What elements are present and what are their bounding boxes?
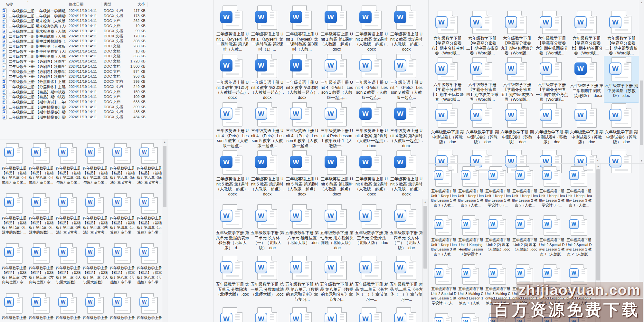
file-item[interactable]: W 五年级英语下册 Unit 1 Keeping Healthy Lesson … [457,214,484,263]
file-item[interactable]: W 三年级英语上册 Unit 4 《Pets》 Lesson 2 教案（人教版一… [354,53,389,101]
file-list-row[interactable]: W二年级数学上册 【必刷卷】秋季学期上... 2024/11/19 14:11 … [0,69,213,74]
file-item[interactable]: W 三年级英语上册 Unit 3 教案 第1课时（人教版一起点）.docx [215,53,250,101]
file-list-row[interactable]: W二年级数学上册 期中测试卷（人教版... 2024/11/19 14:11 D… [0,34,213,39]
file-item[interactable]: W 四年级数学上册 【精品】（基础版）第五章《方向与位置》章... [1,242,28,292]
file-item[interactable]: W 三年级英语上册 Unit 4 《Pets》 Lesson 5 教案（人教版一… [250,101,285,149]
file-item[interactable]: W 四年级数学上册 【精品】（基础版）第一章《认识更大的数》... [55,242,82,292]
file-item[interactable]: W 五年级数学下册 第三单元 分数乘法（北师大版） .doc [354,203,389,255]
file-item[interactable]: W 五年级数学下册 第六单元 确定位置（北师大版） .doc [285,203,319,255]
file-item[interactable]: W 四年级数学上册 【精品】（基础版）第六章《除法》章节常考... [136,142,162,192]
file-item[interactable]: W 四年级数学上册 【精品】（基础版）第五章《方向与位置》章... [28,242,55,292]
file-item[interactable]: W 三年级英语上册 Unit 4 《Pets》 Lesson 1 教案（人教版一… [319,53,354,101]
file-item[interactable]: W 三年级英语上册 Unit 5 教案 第3课时（人教版一起点）.docx [285,149,319,198]
file-list-row[interactable]: W二年级数学上册 二年级第一学期期末... 2024/11/19 14:11 D… [0,8,213,14]
file-item[interactable]: W [285,306,319,322]
grade6-math-panel-scrollbar[interactable]: ▲ ▼ [639,0,644,163]
file-item[interactable]: W 六年级数学下册 【学霸夺分密卷八】期中名校冲刺卷（Word版... [430,10,465,56]
file-list-row[interactable]: W二年级数学上册 【分层训练】上册期中... 2024/11/19 14:11 … [0,79,213,84]
scroll-up-arrow[interactable]: ▲ [639,0,644,5]
file-item[interactable]: W 六年级数学下册 【学霸夺分密卷一】期中核心考点卷（Word版... [535,56,569,102]
file-list-row[interactable]: W二年级数学上册 【分层训练】上册期中... 2024/11/19 14:11 … [0,84,213,90]
file-item[interactable]: W 三年级英语上册 Unit 5 教案 第2课时（人教版一起点）.docx [250,149,285,198]
file-item[interactable]: W 六年级数学下册 【学霸夺分密卷四】期中攻关突破卷（Word版... [465,56,500,102]
file-list-row[interactable]: W二年级数学上册 【期中模拟卷】期中模... 2024/11/19 14:11 … [0,105,213,110]
file-item[interactable]: W 四年级数学上册 【精品】（提高版）第八章《可能性》章节常... [136,242,162,292]
file-item[interactable]: W 四年级数学上册 【精品】（基础版）第三章《乘法》章节常考... [82,192,109,242]
file-item[interactable]: W 五年级英语下册 Unit 1 Keep Healthy Lesson 1 教… [457,165,484,214]
file-item[interactable]: W 五年级数学下册 精品 第八单元《数据的表示和分析》章节复习... [319,255,354,306]
file-list-row[interactable]: W二年级数学上册 期末检测答案（人教... 2024/11/19 14:11 D… [0,24,213,29]
file-item[interactable]: W 六年级数学下册 期中测试卷2（苏教版） .doc [465,102,500,149]
file-item[interactable]: W 四年级数学上册 【精品】（基础版）第八章《可能性》章节常... [28,142,55,192]
column-separator[interactable] [66,2,66,7]
file-item[interactable]: W 四年级数学上册 【精品】（基础版）第一章《认识更大的数》... [82,242,109,292]
file-item[interactable]: W 五年级英语下册 Unit 1 Keep Healthy Lesson 3 教… [565,165,592,214]
file-item[interactable]: W 三年级英语上册 Unit 1 教案 第1课时（人教版一起点）.docx [319,5,354,53]
file-item[interactable]: W 四年级数学上册 【精品】（基础版）第七章《生活中的负数》... [28,192,55,242]
file-item[interactable]: W [215,306,250,322]
file-item[interactable]: W [604,149,639,173]
scrollbar-thumb[interactable] [596,169,600,280]
column-separator[interactable] [135,2,135,7]
scroll-up-arrow[interactable]: ▲ [596,164,601,168]
file-item[interactable]: W 五年级数学下册 精品 第二单元《长方体（一）》章节复习—... [389,255,424,306]
file-item[interactable]: W 四年级数学上册 【精品】（基础版）第三章《乘法》章节常考... [55,192,82,242]
file-item[interactable]: W 三年级英语上册 Unit 4 Pets Lesson 1 教学设计 1（人教… [319,101,354,149]
file-item[interactable]: W 六年级数学下册 【学霸夺分密卷十】期中全优提能卷（Word版... [430,56,465,102]
file-item[interactable]: W 六年级数学下册 期中测试卷4（苏教版） .doc [535,102,569,149]
file-item[interactable]: W 三年级英语上册 Unit 5 教案 第1课时（人教版一起点）.docx [215,149,250,198]
grade5-math-panel-scrollbar[interactable]: ▲ [422,199,428,322]
file-item[interactable]: W 四年级数学上册 【精品】（基础版）第二章《线与角》章节常... [55,142,82,192]
grade4-panel-scrollbar[interactable]: ▲ [162,139,167,322]
file-item[interactable]: W 四年级数学上册 【精品】（基础版）第四章《运算律》章节常... [136,192,162,242]
scrollbar-thumb[interactable] [640,80,643,145]
file-list-row[interactable]: W二年级数学上册 期中检测（人教版）... 2024/11/19 14:11 D… [0,44,213,49]
file-item[interactable]: W 三年级英语上册 Unit 6 教案 第1课时（人教版一起点）.docx [319,149,354,198]
column-separator[interactable] [147,2,148,7]
file-item[interactable]: W 五年级数学下册 第七单元 用方程解决问题（北师大版） .doc [319,203,354,255]
file-item[interactable]: W [389,306,424,322]
file-list-row[interactable]: W二年级数学上册 期中检测卷（人教版... 2024/11/19 14:11 D… [0,54,213,59]
scroll-down-arrow[interactable]: ▼ [639,158,644,163]
file-item[interactable]: W 五年级英语下册 Unit 2 Special Days Lesson 1 教… [565,214,592,263]
file-item[interactable]: W 六年级数学下册 【学霸夺分密卷六】期中巩固提分卷（Word版... [535,10,569,56]
file-item[interactable]: W 三年级英语上册 Unit 2 教案 第3课时（人教版一起点）.docx [389,5,424,53]
file-item[interactable]: W 四年级数学上册 [136,292,162,322]
file-item[interactable]: W 四年级数学上册 【精品】（基础版）第八章《可能性》章节常... [1,142,28,192]
file-item[interactable]: W 三年级英语上册 Unit 4 教案 第3课时（人教版一起点）.docx [389,101,424,149]
scroll-up-arrow[interactable]: ▲ [423,199,428,204]
file-list-row[interactable]: W二年级数学上册 期末检测（人教版）... 2024/11/19 14:11 D… [0,18,213,24]
file-list-row[interactable]: W二年级数学上册 期中过关检测卷（人... 2024/11/19 14:11 D… [0,39,213,44]
scroll-down-arrow[interactable]: ▼ [595,158,600,163]
file-item[interactable]: W 四年级数学上册 [109,292,136,322]
file-item[interactable]: W 六年级数学下册 【学霸夺分密卷五】期中应试技巧卷（Word版... [500,56,535,102]
file-item[interactable]: W 四年级数学上册 【精品】（提高版）第八章《可能性》章节常... [109,242,136,292]
file-item[interactable]: W 五年级英语下册 Unit 2 Special Days Lesson 1 教… [538,214,565,263]
file-item[interactable]: W 五年级英语下册 Unit 2 (2) 教案（人教版）.doc [484,214,511,263]
scrollbar-thumb[interactable] [423,206,427,269]
file-item[interactable]: W 五年级数学下册 第二单元 长方体（一）（北师大版） .doc [250,203,285,255]
file-list-row[interactable]: W二年级数学上册 【期中模拟卷】期中模... 2024/11/19 14:11 … [0,115,213,120]
file-item[interactable]: W 六年级数学下册 期中测试卷3（苏教版） .doc [500,102,535,149]
file-item[interactable]: W 三年级英语上册 Unit 4 《Pets》 Lesson 3 教案（人教版一… [389,53,424,101]
file-item[interactable]: W 三年级英语上册 Unit 1 《Myself》第一课时教案 第3课时（人教.… [285,5,319,53]
file-item[interactable]: W 三年级英语上册 Unit 4 《Pets》 Lesson 6 教案（人教版一… [285,101,319,149]
file-item[interactable]: W 五年级数学下册 第一单元 分数加减法（北师大版） .doc [250,255,285,306]
column-separator[interactable] [101,2,101,7]
file-list-row[interactable]: W二年级数学上册 【必刷卷】秋季学期上... 2024/11/19 14:11 … [0,64,213,69]
file-item[interactable]: W 四年级数学上册 [1,292,28,322]
file-item[interactable]: W 四年级数学上册 [82,292,109,322]
column-header-name[interactable]: 名称 [5,1,13,7]
file-item[interactable]: W 三年级英语上册 Unit 4 《Pets》 Lesson 4 教案（人教版一… [215,101,250,149]
file-item[interactable]: W [319,306,354,322]
file-item[interactable]: W 三年级英语上册 Unit 1 《Myself》第一课时教案 第1课时（人教.… [215,5,250,53]
file-item[interactable]: W 四年级数学上册 【精品】（基础版）第六章《除法》章节常考... [109,142,136,192]
file-list-row[interactable]: W二年级数学上册 【精品】期中试卷（试... 2024/11/19 14:11 … [0,94,213,99]
file-item[interactable]: W 六年级数学下册 【学霸夺分密卷二】期中要点拔高卷（Word版... [465,10,500,56]
file-item[interactable]: W 三年级英语上册 Unit 1 《Myself》第一课时教案 第2课时（1）.… [250,5,285,53]
file-item[interactable]: W 三年级英语上册 Unit 3 教案 第3课时（人教版一起点）.docx [285,53,319,101]
file-list-row[interactable]: W二年级数学上册 期末检测卷（人教版... 2024/11/19 14:11 D… [0,29,213,34]
scrollbar-thumb[interactable] [163,146,166,207]
file-item[interactable]: W [250,306,285,322]
file-item[interactable]: W 五年级英语下册 Unit 1 Keep Healthy Lesson 3 教… [430,214,457,263]
